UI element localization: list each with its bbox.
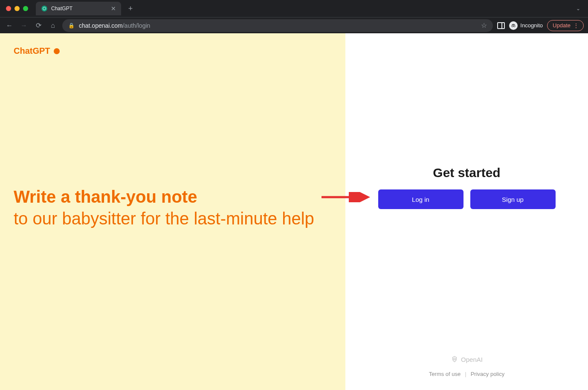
close-tab-icon[interactable]: ✕ — [111, 5, 116, 12]
minimize-window-button[interactable] — [14, 6, 20, 11]
url-path: /auth/login — [123, 22, 151, 29]
close-window-button[interactable] — [6, 6, 11, 11]
left-pane: ChatGPT Write a thank-you note to our ba… — [0, 33, 345, 390]
tab-title: ChatGPT — [51, 6, 107, 12]
tab-overflow-chevron-icon[interactable]: ⌄ — [573, 3, 584, 14]
window-controls — [6, 6, 28, 11]
svg-point-4 — [454, 358, 456, 360]
openai-logo: OpenAI — [451, 355, 483, 363]
terms-link[interactable]: Terms of use — [429, 371, 461, 377]
url-host: chat.openai.com — [79, 22, 123, 29]
lock-icon: 🔒 — [68, 23, 75, 29]
url-text: chat.openai.com/auth/login — [79, 22, 150, 29]
page-content: ChatGPT Write a thank-you note to our ba… — [0, 33, 588, 390]
side-panel-icon[interactable] — [497, 22, 505, 29]
signup-button[interactable]: Sign up — [470, 189, 556, 209]
svg-point-0 — [41, 6, 47, 11]
brand-dot-icon — [54, 48, 60, 54]
brand-logo: ChatGPT — [14, 46, 332, 56]
footer: OpenAI Terms of use | Privacy policy — [345, 355, 588, 377]
get-started-heading: Get started — [433, 166, 500, 180]
browser-chrome: ChatGPT ✕ + ⌄ ← → ⟳ ⌂ 🔒 chat.openai.com/… — [0, 0, 588, 33]
browser-toolbar: ← → ⟳ ⌂ 🔒 chat.openai.com/auth/login ☆ I… — [0, 17, 588, 33]
incognito-icon — [509, 21, 518, 30]
tab-strip: ChatGPT ✕ + ⌄ — [0, 0, 588, 17]
brand-name: ChatGPT — [14, 46, 50, 56]
privacy-link[interactable]: Privacy policy — [471, 371, 504, 377]
toolbar-right-controls: Incognito Update ⋮ — [497, 20, 584, 31]
svg-point-2 — [514, 25, 516, 27]
example-prompt: Write a thank-you note to our babysitter… — [14, 187, 328, 229]
login-button[interactable]: Log in — [378, 189, 463, 209]
footer-divider: | — [465, 371, 466, 377]
update-label: Update — [553, 22, 571, 29]
prompt-headline: Write a thank-you note — [14, 187, 328, 207]
maximize-window-button[interactable] — [23, 6, 28, 11]
back-button[interactable]: ← — [4, 20, 14, 31]
right-pane: Get started Log in Sign up OpenAI Terms … — [345, 33, 588, 390]
chatgpt-favicon-icon — [41, 5, 48, 12]
forward-button[interactable]: → — [19, 20, 29, 31]
incognito-indicator[interactable]: Incognito — [509, 21, 543, 30]
new-tab-button[interactable]: + — [125, 3, 136, 15]
reload-button[interactable]: ⟳ — [33, 20, 43, 31]
home-button[interactable]: ⌂ — [48, 20, 58, 31]
svg-point-1 — [512, 25, 513, 27]
incognito-label: Incognito — [520, 22, 543, 29]
menu-kebab-icon[interactable]: ⋮ — [573, 22, 579, 29]
update-button[interactable]: Update ⋮ — [547, 20, 584, 31]
bookmark-star-icon[interactable]: ☆ — [481, 21, 487, 29]
auth-button-row: Log in Sign up — [378, 189, 556, 209]
prompt-subline: to our babysitter for the last-minute he… — [14, 208, 328, 229]
address-bar[interactable]: 🔒 chat.openai.com/auth/login ☆ — [62, 19, 493, 32]
openai-name: OpenAI — [461, 356, 483, 363]
browser-tab[interactable]: ChatGPT ✕ — [36, 2, 121, 15]
openai-mark-icon — [451, 355, 458, 363]
footer-links: Terms of use | Privacy policy — [429, 371, 504, 377]
